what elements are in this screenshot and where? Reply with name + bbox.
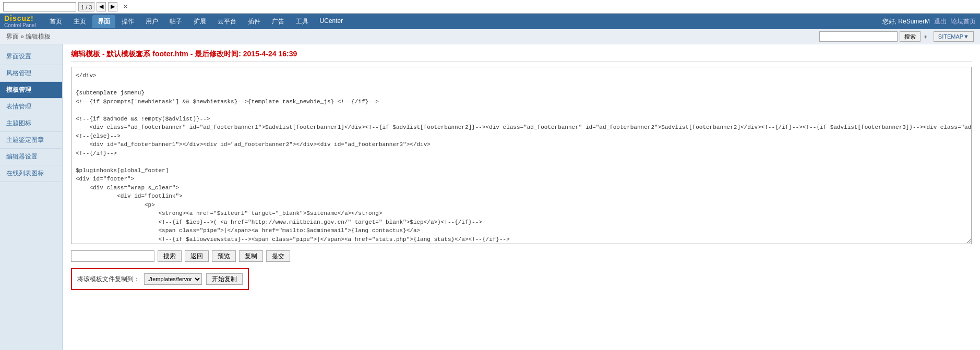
nav-tab-tools[interactable]: 工具 bbox=[291, 15, 314, 28]
breadcrumb: 界面 » 编辑模板 bbox=[6, 32, 51, 41]
sidebar-item-interface-settings[interactable]: 界面设置 bbox=[0, 49, 62, 65]
breadcrumb-bar: 界面 » 编辑模板 搜索 ＋ SITEMAP▼ bbox=[0, 29, 980, 44]
nav-tab-ads[interactable]: 广告 bbox=[267, 15, 290, 28]
greeting-text: 您好, ReSumerM bbox=[882, 17, 930, 26]
top-search-bar: footer 1 / 3 ◀ ▶ ✕ bbox=[0, 0, 980, 14]
content-area: 界面设置 风格管理 模板管理 表情管理 主题图标 主题鉴定图章 编辑器设置 在线… bbox=[0, 44, 980, 350]
bottom-toolbar: 搜索 返回 预览 复制 提交 bbox=[71, 248, 972, 264]
nav-tab-users[interactable]: 用户 bbox=[140, 15, 163, 28]
page-title: 编辑模板 - 默认模板套系 footer.htm - 最后修改时间: 2015-… bbox=[71, 50, 972, 62]
breadcrumb-search-button[interactable]: 搜索 bbox=[900, 31, 921, 42]
logo-cp: Control Panel bbox=[4, 22, 36, 28]
sidebar-item-online-list-icons[interactable]: 在线列表图标 bbox=[0, 165, 62, 182]
nav-tab-expand[interactable]: 扩展 bbox=[188, 15, 211, 28]
copy-destination-select[interactable]: ./templates/fervor bbox=[144, 273, 202, 285]
copy-label: 将该模板文件复制到： bbox=[77, 275, 140, 284]
logo-area: Discuz! Control Panel bbox=[4, 15, 36, 28]
forum-link[interactable]: 论坛首页 bbox=[951, 17, 976, 26]
top-search-input[interactable]: footer bbox=[3, 2, 76, 11]
bottom-preview-button[interactable]: 预览 bbox=[212, 250, 236, 262]
copy-start-button[interactable]: 开始复制 bbox=[206, 273, 243, 285]
sidebar-item-theme-fixed-icons[interactable]: 主题鉴定图章 bbox=[0, 132, 62, 149]
bottom-search-button[interactable]: 搜索 bbox=[158, 250, 182, 262]
sidebar-item-theme-icons[interactable]: 主题图标 bbox=[0, 115, 62, 132]
sidebar-item-template-management[interactable]: 模板管理 bbox=[0, 82, 62, 99]
bottom-submit-button[interactable]: 提交 bbox=[266, 250, 290, 262]
search-next-button[interactable]: ▶ bbox=[108, 2, 117, 11]
nav-tab-home[interactable]: 首页 bbox=[44, 15, 67, 28]
nav-right: 您好, ReSumerM 退出 论坛首页 bbox=[882, 17, 976, 26]
bottom-search-input[interactable] bbox=[71, 250, 154, 262]
nav-tab-posts[interactable]: 帖子 bbox=[164, 15, 187, 28]
search-close-button[interactable]: ✕ bbox=[121, 2, 130, 11]
sidebar: 界面设置 风格管理 模板管理 表情管理 主题图标 主题鉴定图章 编辑器设置 在线… bbox=[0, 44, 63, 350]
sidebar-item-editor-settings[interactable]: 编辑器设置 bbox=[0, 149, 62, 165]
search-prev-button[interactable]: ◀ bbox=[97, 2, 106, 11]
logout-link[interactable]: 退出 bbox=[934, 17, 947, 26]
nav-tab-cloud[interactable]: 云平台 bbox=[212, 15, 242, 28]
sidebar-item-style-management[interactable]: 风格管理 bbox=[0, 65, 62, 82]
bottom-back-button[interactable]: 返回 bbox=[185, 250, 209, 262]
logo-discuz: Discuz! bbox=[4, 15, 36, 22]
breadcrumb-plus[interactable]: ＋ bbox=[923, 33, 928, 41]
bottom-copy-button[interactable]: 复制 bbox=[239, 250, 263, 262]
sidebar-item-emoji-management[interactable]: 表情管理 bbox=[0, 99, 62, 115]
breadcrumb-search-area: 搜索 ＋ SITEMAP▼ bbox=[819, 31, 974, 42]
breadcrumb-sitemap-button[interactable]: SITEMAP▼ bbox=[934, 31, 974, 42]
search-counter: 1 / 3 bbox=[78, 2, 94, 11]
nav-tab-interface[interactable]: 界面 bbox=[92, 15, 115, 28]
nav-tab-plugins[interactable]: 插件 bbox=[243, 15, 266, 28]
code-editor[interactable]: </div> {subtemplate jsmenu} <!--{if $pro… bbox=[71, 67, 972, 244]
main-panel: 编辑模板 - 默认模板套系 footer.htm - 最后修改时间: 2015-… bbox=[63, 44, 980, 350]
breadcrumb-search-input[interactable] bbox=[819, 31, 898, 42]
nav-tab-ucenter[interactable]: UCenter bbox=[315, 15, 349, 28]
nav-tab-main[interactable]: 主页 bbox=[68, 15, 91, 28]
copy-box: 将该模板文件复制到： ./templates/fervor 开始复制 bbox=[71, 268, 249, 290]
nav-tab-ops[interactable]: 操作 bbox=[116, 15, 139, 28]
nav-bar: Discuz! Control Panel 首页 主页 界面 操作 用户 帖子 … bbox=[0, 14, 980, 29]
nav-tabs: 首页 主页 界面 操作 用户 帖子 扩展 云平台 插件 广告 工具 UCente… bbox=[44, 15, 882, 28]
